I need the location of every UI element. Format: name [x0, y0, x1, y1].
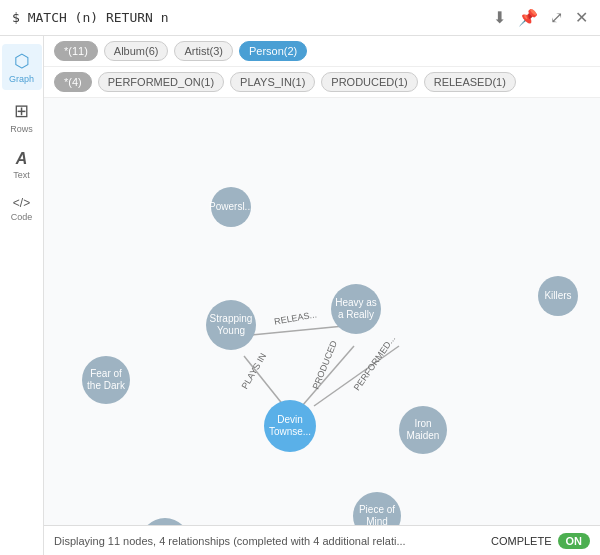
- svg-line-1: [244, 356, 284, 406]
- node-heavy[interactable]: Heavy as a Really: [331, 284, 381, 334]
- sidebar-item-graph[interactable]: ⬡ Graph: [2, 44, 42, 90]
- top-bar-icons: ⬇ 📌 ⤢ ✕: [493, 8, 588, 27]
- content-area: *(11) Album(6) Artist(3) Person(2) *(4) …: [44, 36, 600, 555]
- filter-person[interactable]: Person(2): [239, 41, 307, 61]
- filter-all-rels[interactable]: *(4): [54, 72, 92, 92]
- status-text: Displaying 11 nodes, 4 relationships (co…: [54, 535, 406, 547]
- edge-label-released: RELEAS...: [273, 309, 317, 326]
- node-devin[interactable]: Devin Townse...: [264, 400, 316, 452]
- close-icon[interactable]: ✕: [575, 8, 588, 27]
- filter-bar-rels: *(4) PERFORMED_ON(1) PLAYS_IN(1) PRODUCE…: [44, 67, 600, 98]
- filter-produced[interactable]: PRODUCED(1): [321, 72, 417, 92]
- filter-performed-on[interactable]: PERFORMED_ON(1): [98, 72, 224, 92]
- sidebar-item-text[interactable]: A Text: [2, 144, 42, 186]
- node-strapping[interactable]: Strapping Young: [206, 300, 256, 350]
- text-icon: A: [16, 150, 28, 168]
- node-iron-maiden[interactable]: Iron Maiden: [399, 406, 447, 454]
- complete-label: COMPLETE: [491, 535, 552, 547]
- edge-label-plays-in: PLAYS IN: [240, 351, 269, 391]
- node-piece-of-mind[interactable]: Piece of Mind: [353, 492, 401, 525]
- top-bar: $ MATCH (n) RETURN n ⬇ 📌 ⤢ ✕: [0, 0, 600, 36]
- edge-label-produced: PRODUCED: [310, 339, 339, 391]
- filter-released[interactable]: RELEASED(1): [424, 72, 516, 92]
- svg-line-2: [302, 346, 354, 406]
- status-bar: Displaying 11 nodes, 4 relationships (co…: [44, 525, 600, 555]
- svg-line-3: [314, 346, 399, 406]
- node-somewhere[interactable]: Somewh...: [140, 518, 190, 525]
- expand-icon[interactable]: ⤢: [550, 8, 563, 27]
- query-text: $ MATCH (n) RETURN n: [12, 10, 169, 25]
- graph-area[interactable]: RELEAS... PLAYS IN PRODUCED PERFORMED...…: [44, 98, 600, 525]
- sidebar-label-code: Code: [11, 212, 33, 222]
- filter-artist[interactable]: Artist(3): [174, 41, 233, 61]
- node-powerslave[interactable]: Powersl...: [211, 187, 251, 227]
- filter-bar-nodes: *(11) Album(6) Artist(3) Person(2): [44, 36, 600, 67]
- complete-badge: COMPLETE ON: [491, 533, 590, 549]
- edge-label-performed: PERFORMED...: [352, 334, 397, 393]
- svg-line-0: [252, 326, 344, 335]
- graph-edges-svg: [44, 98, 600, 525]
- download-icon[interactable]: ⬇: [493, 8, 506, 27]
- sidebar-label-text: Text: [13, 170, 30, 180]
- sidebar-label-rows: Rows: [10, 124, 33, 134]
- node-fear[interactable]: Fear of the Dark: [82, 356, 130, 404]
- sidebar-label-graph: Graph: [9, 74, 34, 84]
- node-killers[interactable]: Killers: [538, 276, 578, 316]
- toggle-on[interactable]: ON: [558, 533, 591, 549]
- sidebar-item-rows[interactable]: ⊞ Rows: [2, 94, 42, 140]
- filter-album[interactable]: Album(6): [104, 41, 169, 61]
- filter-plays-in[interactable]: PLAYS_IN(1): [230, 72, 315, 92]
- rows-icon: ⊞: [14, 100, 29, 122]
- code-icon: </>: [13, 196, 30, 210]
- pin-icon[interactable]: 📌: [518, 8, 538, 27]
- filter-all-nodes[interactable]: *(11): [54, 41, 98, 61]
- sidebar-item-code[interactable]: </> Code: [2, 190, 42, 228]
- graph-icon: ⬡: [14, 50, 30, 72]
- sidebar: ⬡ Graph ⊞ Rows A Text </> Code: [0, 36, 44, 555]
